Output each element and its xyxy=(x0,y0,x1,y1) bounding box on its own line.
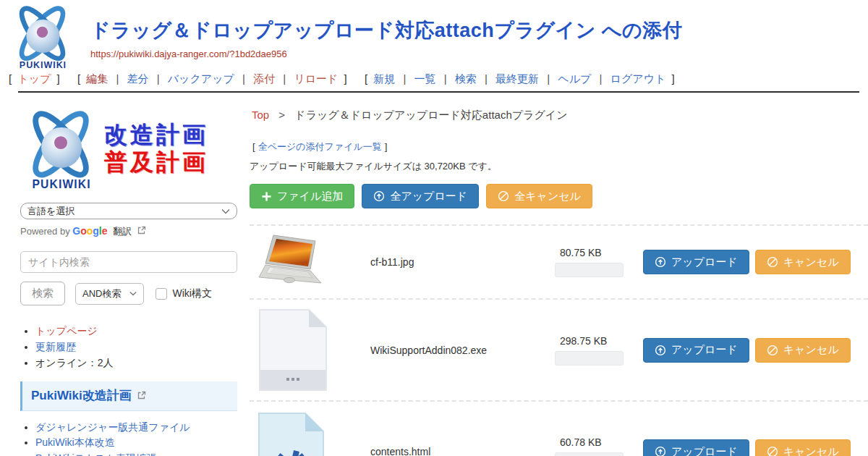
atom-logo-icon: PUKIWIKI xyxy=(20,105,101,192)
sidebar-item-core-mod[interactable]: PukiWiki本体改造 xyxy=(35,436,115,448)
sidebar-section-header: PukiWiki改造計画 xyxy=(20,381,237,411)
sidebar-quick-links: トップページ 更新履歴 オンライン：2人 xyxy=(20,324,250,370)
sidebar-item-common-files[interactable]: ダジャレンジャー版共通ファイル xyxy=(35,421,190,433)
search-mode-select[interactable]: AND検索 xyxy=(75,283,144,305)
page-url: https://pukiwiki.dajya-ranger.com/?1bd2d… xyxy=(90,48,868,59)
sidebar: PUKIWIKI 改造計画 普及計画 言語を選択 Powered by Goog… xyxy=(0,93,250,456)
list-item: トップページ xyxy=(35,324,250,337)
file-size: 298.75 KB xyxy=(560,335,643,347)
nav-help[interactable]: ヘルプ xyxy=(558,72,591,85)
cancel-button[interactable]: キャンセル xyxy=(755,250,851,274)
logo-slogan-line1: 改造計画 xyxy=(104,121,208,148)
max-upload-size-text: アップロード可能最大ファイルサイズは 30,720KB です。 xyxy=(250,160,868,173)
list-item: ダジャレンジャー版共通ファイル xyxy=(35,421,250,434)
chevron-down-icon xyxy=(129,291,137,296)
chevron-down-icon xyxy=(221,208,230,214)
upload-progress-bar xyxy=(555,263,624,277)
pipe-separator: | xyxy=(157,72,160,85)
wiki-syntax-label: Wiki構文 xyxy=(172,287,211,300)
cancel-button[interactable]: キャンセル xyxy=(755,338,851,363)
ban-icon xyxy=(767,256,778,268)
pipe-separator: | xyxy=(547,72,550,85)
ban-icon xyxy=(767,446,778,456)
breadcrumb-top-link[interactable]: Top xyxy=(252,109,269,121)
upload-file-list: cf-b11.jpg 80.75 KB アップロード xyxy=(250,224,868,456)
upload-button[interactable]: アップロード xyxy=(643,250,749,274)
file-row: cf-b11.jpg 80.75 KB アップロード xyxy=(250,224,868,298)
list-item: PukiWikiテキスト表現拡張 xyxy=(35,452,250,456)
pipe-separator: | xyxy=(485,72,488,85)
translate-link[interactable]: 翻訳 xyxy=(113,226,132,237)
search-mode-value: AND検索 xyxy=(82,287,121,300)
search-button[interactable]: 検索 xyxy=(20,282,65,305)
bulk-action-buttons: ファイル追加 全アップロード 全キャンセル xyxy=(250,184,868,208)
page-title: ドラッグ＆ドロップアップロード対応attachプラグイン への添付 xyxy=(90,17,868,43)
pukiwiki-kaizou-link[interactable]: PukiWiki改造計画 xyxy=(31,389,132,402)
cancel-button[interactable]: キャンセル xyxy=(755,439,851,456)
nav-list[interactable]: 一覧 xyxy=(414,72,436,85)
cancel-all-button[interactable]: 全キャンセル xyxy=(486,184,592,208)
nav-edit[interactable]: 編集 xyxy=(86,72,108,85)
file-name: contents.html xyxy=(370,446,555,456)
ban-icon xyxy=(498,190,509,202)
all-pages-attachment-list-link[interactable]: 全ページの添付ファイル一覧 xyxy=(258,141,382,152)
nav-backup[interactable]: バックアップ xyxy=(168,72,234,85)
circle-up-arrow-icon xyxy=(655,256,666,268)
nav-search[interactable]: 検索 xyxy=(455,72,477,85)
pipe-separator: | xyxy=(116,72,119,85)
plus-icon xyxy=(261,191,272,202)
google-logo-text: G xyxy=(72,225,80,237)
pipe-separator: | xyxy=(283,72,286,85)
file-thumbnail xyxy=(250,412,370,456)
nav-diff[interactable]: 差分 xyxy=(127,72,149,85)
bracket: ] xyxy=(344,72,347,85)
sidebar-item-update-history[interactable]: 更新履歴 xyxy=(35,341,76,352)
wiki-syntax-checkbox[interactable] xyxy=(156,288,167,300)
file-thumbnail xyxy=(250,308,370,392)
upload-all-button[interactable]: 全アップロード xyxy=(362,184,479,208)
pipe-separator: | xyxy=(444,72,447,85)
site-search-input[interactable] xyxy=(20,251,237,273)
language-select[interactable]: 言語を選択 xyxy=(20,203,237,219)
bracket: ] xyxy=(672,72,675,85)
logo-slogan-line2: 普及計画 xyxy=(104,148,208,176)
language-select-value: 言語を選択 xyxy=(27,205,75,218)
upload-button[interactable]: アップロード xyxy=(643,338,749,363)
pukiwiki-logo[interactable]: PUKIWIKI xyxy=(7,3,77,75)
upload-progress-bar xyxy=(555,452,624,456)
external-link-icon xyxy=(137,391,146,400)
nav-new[interactable]: 新規 xyxy=(373,72,395,85)
sidebar-logo-banner[interactable]: PUKIWIKI 改造計画 普及計画 xyxy=(20,103,250,194)
nav-reload[interactable]: リロード xyxy=(294,72,338,85)
file-thumbnail xyxy=(250,232,370,292)
breadcrumb-current: ドラッグ＆ドロップアップロード対応attachプラグイン xyxy=(294,109,567,121)
bracket: [ xyxy=(365,72,367,85)
upload-button[interactable]: アップロード xyxy=(643,439,749,456)
html-code-file-icon xyxy=(257,412,326,456)
pipe-separator: | xyxy=(403,72,406,85)
list-item: 更新履歴 xyxy=(35,340,250,353)
laptop-photo-thumbnail xyxy=(257,232,326,292)
nav-attach[interactable]: 添付 xyxy=(253,72,275,85)
ban-icon xyxy=(767,345,778,356)
logo-brand-text: PUKIWIKI xyxy=(33,178,91,190)
file-name: cf-b11.jpg xyxy=(370,256,555,268)
online-users-count: オンライン：2人 xyxy=(35,357,113,368)
top-nav: [ トップ ] [ 編集 | 差分 | バックアップ | 添付 | リロード ]… xyxy=(6,72,868,86)
list-item: オンライン：2人 xyxy=(35,356,250,369)
file-size: 80.75 KB xyxy=(560,247,643,258)
breadcrumb: Top > ドラッグ＆ドロップアップロード対応attachプラグイン xyxy=(252,109,868,122)
nav-logout[interactable]: ログアウト xyxy=(610,72,666,85)
sidebar-item-top-page[interactable]: トップページ xyxy=(35,325,98,337)
circle-up-arrow-icon xyxy=(655,345,666,356)
nav-recent[interactable]: 最終更新 xyxy=(495,72,539,85)
atom-logo-icon: PUKIWIKI xyxy=(7,3,77,72)
file-size: 60.78 KB xyxy=(560,436,643,448)
file-row: contents.html 60.78 KB アップロード xyxy=(250,400,868,456)
pipe-separator: | xyxy=(242,72,245,85)
external-link-icon xyxy=(137,226,146,235)
powered-by-label: Powered by xyxy=(20,226,70,237)
sidebar-item-text-ext[interactable]: PukiWikiテキスト表現拡張 xyxy=(35,452,156,456)
page-header: PUKIWIKI ドラッグ＆ドロップアップロード対応attachプラグイン への… xyxy=(0,0,868,72)
add-file-button[interactable]: ファイル追加 xyxy=(250,184,354,208)
